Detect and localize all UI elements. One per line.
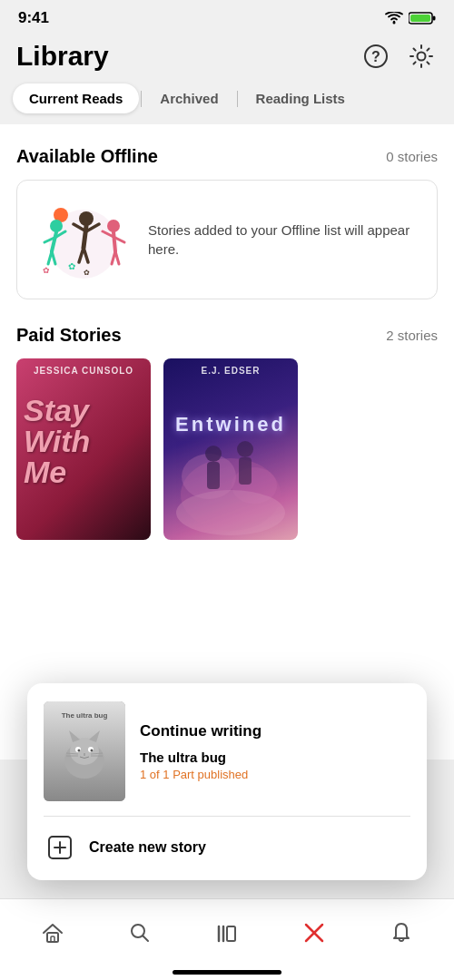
popup-book-status: 1 of 1 Part published <box>140 768 410 781</box>
status-icons <box>385 11 436 25</box>
offline-card: ✿ ✿ ✿ Stories added to your Offline list… <box>16 180 438 299</box>
popup-cta-label: Continue writing <box>140 722 410 740</box>
paid-section-header: Paid Stories 2 stories <box>16 325 438 346</box>
nav-search[interactable] <box>117 914 163 952</box>
tab-current-reads[interactable]: Current Reads <box>13 83 139 113</box>
search-icon <box>128 921 152 945</box>
book-cover-entwined[interactable]: E.J. Edser Entwined <box>163 358 298 540</box>
book-author-2: E.J. Edser <box>163 366 298 376</box>
close-icon <box>302 921 326 945</box>
bell-icon <box>390 921 413 945</box>
bottom-nav <box>0 898 454 980</box>
svg-point-0 <box>393 22 396 24</box>
create-icon <box>44 831 76 864</box>
svg-text:✿: ✿ <box>84 269 90 277</box>
svg-rect-63 <box>227 926 235 941</box>
svg-rect-37 <box>239 457 252 485</box>
svg-text:✿: ✿ <box>43 266 50 275</box>
help-button[interactable]: ? <box>360 40 392 73</box>
wifi-icon <box>385 12 403 24</box>
header: Library ? <box>0 33 454 83</box>
home-indicator <box>173 970 281 975</box>
books-row: Jessica Cunsolo StayWithMe E.J. Edser En… <box>16 358 438 540</box>
svg-point-33 <box>176 490 285 535</box>
svg-text:The ultra bug: The ultra bug <box>62 711 108 720</box>
svg-text:✿: ✿ <box>68 261 75 271</box>
create-new-story-label: Create new story <box>89 839 206 856</box>
page-title: Library <box>16 41 109 72</box>
svg-point-36 <box>237 441 253 457</box>
popup-info: Continue writing The ultra bug 1 of 1 Pa… <box>140 722 410 781</box>
offline-description: Stories added to your Offline list will … <box>148 220 420 259</box>
offline-section-header: Available Offline 0 stories <box>16 146 438 167</box>
tab-archived[interactable]: Archived <box>143 83 234 113</box>
book-cover-stay-with-me[interactable]: Jessica Cunsolo StayWithMe <box>16 358 151 540</box>
svg-point-48 <box>91 750 94 752</box>
book-author-1: Jessica Cunsolo <box>16 366 151 376</box>
svg-point-34 <box>205 446 222 462</box>
offline-illustration-svg: ✿ ✿ ✿ <box>34 199 133 280</box>
tab-divider-2 <box>237 91 238 107</box>
tabs-container: Current Reads Archived Reading Lists <box>0 83 454 124</box>
paid-section: Paid Stories 2 stories Jessica Cunsolo S… <box>16 325 438 540</box>
svg-line-22 <box>114 232 115 251</box>
nav-home[interactable] <box>30 914 75 952</box>
svg-line-24 <box>115 251 119 264</box>
svg-point-9 <box>50 220 63 232</box>
paid-title: Paid Stories <box>16 325 122 346</box>
settings-button[interactable] <box>405 40 438 73</box>
svg-text:?: ? <box>371 49 380 64</box>
library-icon <box>215 921 239 945</box>
svg-line-60 <box>143 936 149 941</box>
tab-divider-1 <box>141 91 142 107</box>
nav-write[interactable] <box>291 914 337 952</box>
battery-icon <box>409 11 436 25</box>
svg-rect-3 <box>410 15 430 22</box>
popup-card: The ultra bug C <box>27 683 427 880</box>
svg-point-42 <box>70 738 99 765</box>
nav-notifications[interactable] <box>379 914 424 952</box>
svg-rect-35 <box>207 462 220 489</box>
header-icons: ? <box>360 40 438 73</box>
offline-illustration: ✿ ✿ ✿ <box>34 199 133 280</box>
popup-book-cover-art: The ultra bug <box>44 701 125 801</box>
status-time: 9:41 <box>18 9 49 27</box>
gear-icon <box>409 44 434 69</box>
home-icon <box>41 921 64 945</box>
main-content: Available Offline 0 stories <box>0 124 454 760</box>
popup-create-section[interactable]: Create new story <box>27 817 427 880</box>
paid-count: 2 stories <box>386 328 438 343</box>
svg-point-47 <box>78 750 81 752</box>
popup-book-name: The ultra bug <box>140 750 410 765</box>
popup-writing-section: The ultra bug C <box>27 683 427 816</box>
tab-reading-lists[interactable]: Reading Lists <box>240 83 361 113</box>
plus-box-icon <box>47 835 73 860</box>
help-icon: ? <box>363 44 389 69</box>
offline-title: Available Offline <box>16 146 158 167</box>
offline-count: 0 stories <box>386 149 438 164</box>
svg-point-6 <box>418 53 426 61</box>
nav-library[interactable] <box>204 914 250 952</box>
svg-point-21 <box>107 220 120 232</box>
svg-rect-57 <box>47 933 58 942</box>
svg-rect-2 <box>433 16 436 21</box>
status-bar: 9:41 <box>0 0 454 33</box>
book-title-text-1: StayWithMe <box>24 395 143 487</box>
popup-book-thumbnail: The ultra bug <box>44 701 125 801</box>
